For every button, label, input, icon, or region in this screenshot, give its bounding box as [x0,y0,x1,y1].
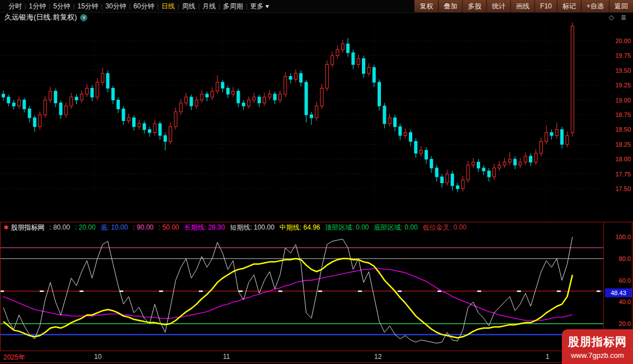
top-menu-bar: 分时|1分钟|5分钟|15分钟|30分钟|60分钟|日线|周线|月线|多周期|更… [0,0,633,13]
period-tab-daily[interactable]: 日线 [159,2,178,11]
indicator-param-long-line: 长期线: 28.30 [184,223,225,231]
candlestick-chart[interactable]: 20.0019.7519.5019.2519.0018.7518.5018.25… [0,22,633,222]
toolbar-button-add-watchlist[interactable]: +自选 [581,0,609,12]
toolbar-button-f10[interactable]: F10 [534,0,557,12]
toolbar-button-mark[interactable]: 标记 [557,0,581,12]
indicator-panel-border-left [0,222,1,362]
date-label: 2025年 [3,353,25,362]
svg-text:19.75: 19.75 [615,52,631,59]
period-tab-weekly[interactable]: 周线 [179,2,198,11]
svg-text:19.00: 19.00 [615,97,631,104]
indicator-param-low-gold-cross: 低位金叉: 0.00 [423,223,467,231]
date-label: 10 [94,353,101,361]
date-axis[interactable]: 2025年1011121 [0,351,633,363]
period-tab-more[interactable]: 更多 ▾ [248,2,272,11]
svg-text:19.25: 19.25 [615,82,631,88]
indicator-logo-icon: ✱ [3,224,8,231]
indicator-params: : 80.00: 20.00底: 10.00: 90.00: 50.00长期线:… [49,223,471,232]
panel-layout-icon[interactable]: ≣ [621,13,626,21]
watermark: 股朋指标网 www.7gpzb.com [562,329,633,364]
svg-text:18.75: 18.75 [615,111,631,118]
chevron-down-icon[interactable]: ∨ [80,14,87,21]
indicator-header: ✱ 股朋指标网 : 80.00: 20.00底: 10.00: 90.00: 5… [0,223,602,232]
indicator-param-level-80: : 80.00 [49,223,70,231]
indicator-param-bottom-10: 底: 10.00 [101,223,128,231]
svg-text:100.0: 100.0 [615,234,631,240]
period-tab-multi-period[interactable]: 多周期 [220,2,246,11]
svg-text:20.00: 20.00 [615,38,631,44]
period-tabs: 分时|1分钟|5分钟|15分钟|30分钟|60分钟|日线|周线|月线|多周期|更… [0,2,272,11]
period-tab-realtime[interactable]: 分时 [6,2,25,11]
svg-text:80.0: 80.0 [619,255,631,262]
svg-text:17.75: 17.75 [615,171,631,178]
period-tab-5min[interactable]: 5分钟 [50,2,73,11]
candlestick-svg: 20.0019.7519.5019.2519.0018.7518.5018.25… [0,22,633,222]
svg-text:48.43: 48.43 [611,290,626,296]
svg-text:20.0: 20.0 [619,320,631,327]
period-tab-60min[interactable]: 60分钟 [131,2,157,11]
toolbar-buttons: 复权叠加多股统计画线F10标记+自选返回 [414,0,633,12]
diamond-icon[interactable]: ◇ [609,13,614,21]
watermark-title: 股朋指标网 [568,334,627,349]
svg-text:18.00: 18.00 [615,156,631,162]
toolbar-button-draw-line[interactable]: 画线 [510,0,534,12]
watermark-url: www.7gpzb.com [571,351,624,360]
indicator-param-level-50: : 50.00 [159,223,179,231]
toolbar-button-adjust-rights[interactable]: 复权 [414,0,438,12]
indicator-param-level-20: : 20.00 [75,223,96,231]
period-tab-monthly[interactable]: 月线 [199,2,218,11]
toolbar-button-back[interactable]: 返回 [609,0,633,12]
indicator-svg: 100.080.060.040.020.048.43 [0,222,633,351]
indicator-param-level-90: : 90.00 [133,223,153,231]
app-window: 分时|1分钟|5分钟|15分钟|30分钟|60分钟|日线|周线|月线|多周期|更… [0,0,633,364]
svg-text:18.25: 18.25 [615,141,631,148]
indicator-chart[interactable]: 100.080.060.040.020.048.43 [0,222,633,351]
svg-text:17.50: 17.50 [615,185,631,192]
date-label: 12 [374,353,381,361]
date-label: 11 [223,353,230,361]
period-tab-15min[interactable]: 15分钟 [75,2,101,11]
indicator-name: 股朋指标网 [11,223,44,232]
indicator-param-short-line: 短期线: 100.00 [230,223,274,231]
toolbar-button-multi-stock[interactable]: 多股 [462,0,486,12]
svg-text:40.0: 40.0 [619,298,631,305]
indicator-param-bottom-zone: 底部区域: 0.00 [374,223,418,231]
period-tab-1min[interactable]: 1分钟 [26,2,49,11]
indicator-param-mid-line: 中期线: 64.96 [280,223,320,231]
toolbar-button-statistics[interactable]: 统计 [486,0,510,12]
period-tab-30min[interactable]: 30分钟 [103,2,129,11]
title-bar: 久远银海(日线.前复权) ∨ ◇ ≣ [0,12,633,22]
svg-text:18.50: 18.50 [615,126,631,133]
date-label: 1 [546,353,550,361]
indicator-param-top-zone: 顶部区域: 0.00 [325,223,369,231]
indicator-panel-border-top [0,222,633,222]
svg-text:60.0: 60.0 [619,277,631,284]
svg-text:19.50: 19.50 [615,67,631,74]
stock-title: 久远银海(日线.前复权) [4,12,77,22]
toolbar-button-overlay[interactable]: 叠加 [438,0,462,12]
